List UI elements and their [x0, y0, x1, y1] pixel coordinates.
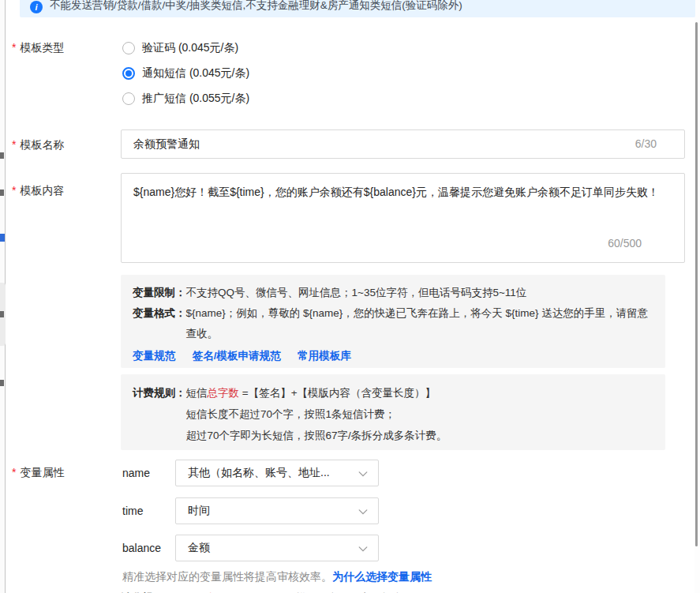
variable-format-label: 变量格式：: [133, 303, 186, 344]
radio-option-label: 推广短信 (0.055元/条): [142, 92, 249, 106]
total-chars-highlight: 总字数: [208, 387, 240, 399]
clipped-text-fragment: [0, 380, 4, 386]
clipped-text-fragment: [0, 152, 4, 159]
attr-row-time: time: [122, 497, 175, 524]
required-asterisk: *: [12, 184, 16, 197]
radio-option-verification-code[interactable]: 验证码 (0.045元/条): [122, 41, 238, 55]
radio-option-promotional-sms[interactable]: 推广短信 (0.055元/条): [122, 92, 249, 106]
attr-key-name: name: [122, 467, 175, 479]
background-page-sliver: [0, 0, 6, 593]
radio-selected-icon[interactable]: [122, 67, 135, 80]
required-asterisk: *: [12, 41, 16, 54]
variable-spec-link[interactable]: 变量规范: [133, 350, 175, 362]
billing-rules-line2: 短信长度不超过70个字，按照1条短信计费；: [186, 403, 654, 425]
clipped-text-fragment: [0, 190, 4, 196]
variable-attr-hint: 精准选择对应的变量属性将提高审核效率。为什么选择变量属性: [122, 570, 432, 584]
template-type-label: *模板类型: [12, 41, 64, 55]
variable-format-text: ${name}；例如，尊敬的 ${name}，您的快递已飞奔在路上，将今天 ${…: [186, 303, 654, 344]
required-asterisk: *: [12, 466, 16, 479]
common-template-library-link[interactable]: 常用模板库: [298, 350, 351, 362]
chevron-down-icon: [357, 468, 369, 479]
attr-row-name: name: [122, 460, 175, 486]
radio-option-label: 通知短信 (0.045元/条): [142, 66, 249, 81]
scrollbar-thumb[interactable]: [695, 22, 698, 546]
template-name-input[interactable]: [121, 129, 685, 159]
radio-icon[interactable]: [122, 42, 135, 54]
attr-select-balance-value: 金额: [188, 541, 351, 555]
variable-limit-text: 不支持QQ号、微信号、网址信息；1~35位字符，但电话号码支持5~11位: [186, 283, 654, 303]
attr-select-time[interactable]: 时间: [175, 497, 379, 524]
radio-icon[interactable]: [122, 92, 135, 105]
info-banner-text: 不能发送营销/贷款/借款/中奖/抽奖类短信,不支持金融理财&房产通知类短信(验证…: [50, 0, 462, 13]
info-banner: i 不能发送营销/贷款/借款/中奖/抽奖类短信,不支持金融理财&房产通知类短信(…: [20, 0, 695, 17]
clipped-billing-line: 计费规则： 短信总字数 =【签名】+【模版内容（含变量长度）】: [121, 587, 665, 593]
attr-select-name-value: 其他（如名称、账号、地址...: [188, 466, 351, 480]
attr-select-name[interactable]: 其他（如名称、账号、地址...: [175, 460, 379, 486]
attr-row-balance: balance: [122, 535, 175, 561]
clipped-text-fragment: [0, 234, 5, 242]
template-name-label: *模板名称: [12, 138, 64, 152]
radio-option-notification-sms[interactable]: 通知短信 (0.045元/条): [122, 66, 249, 81]
variable-rules-box: 变量限制： 不支持QQ号、微信号、网址信息；1~35位字符，但电话号码支持5~1…: [121, 275, 665, 368]
attr-key-time: time: [122, 505, 175, 517]
billing-rules-label: 计费规则：: [133, 382, 186, 403]
template-content-label: *模板内容: [12, 184, 64, 198]
attr-select-time-value: 时间: [188, 504, 351, 518]
billing-rules-line1: 短信总字数 =【签名】+【模版内容（含变量长度）】: [186, 382, 654, 403]
radio-option-label: 验证码 (0.045元/条): [142, 41, 238, 55]
chevron-down-icon: [357, 543, 369, 554]
clipped-text-fragment: [0, 311, 4, 317]
required-asterisk: *: [12, 138, 16, 151]
signature-template-spec-link[interactable]: 签名/模板申请规范: [193, 350, 281, 362]
billing-rules-line3: 超过70个字即为长短信，按照67字/条拆分成多条计费。: [186, 425, 654, 446]
info-icon: i: [30, 1, 43, 13]
attr-select-balance[interactable]: 金额: [175, 535, 379, 561]
chevron-down-icon: [357, 506, 369, 517]
why-choose-attr-link[interactable]: 为什么选择变量属性: [332, 570, 432, 583]
billing-rules-box: 计费规则： 短信总字数 =【签名】+【模版内容（含变量长度）】 计费规则： 短信…: [121, 374, 665, 450]
variable-attrs-label: *变量属性: [12, 466, 64, 480]
attr-key-balance: balance: [122, 542, 175, 554]
template-content-textarea[interactable]: ${name}您好！截至${time}，您的账户余额还有${balance}元，…: [121, 173, 685, 263]
variable-limit-label: 变量限制：: [133, 283, 186, 303]
